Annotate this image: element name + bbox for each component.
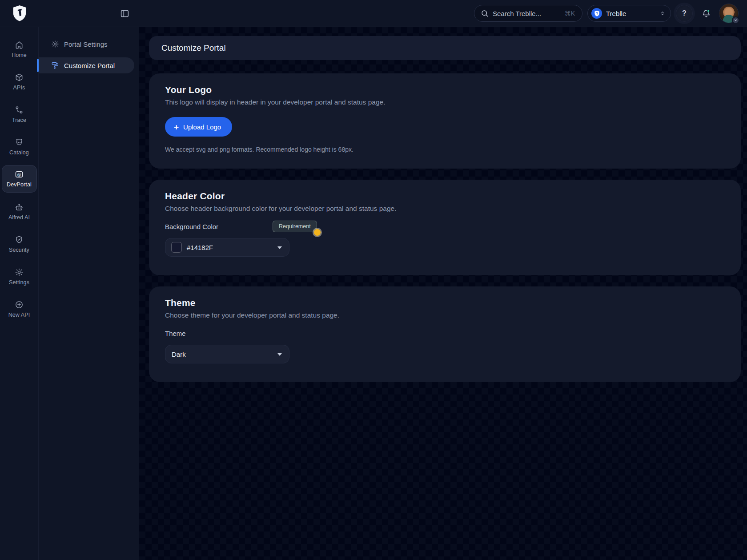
card-title: Header Color — [165, 191, 725, 201]
main-content: Customize Portal Your Logo This logo wil… — [139, 27, 747, 560]
svg-text:@: @ — [17, 172, 21, 177]
sidebar-rail: Home APIs Trace Catalog @ DevPortal Alfr… — [0, 27, 39, 560]
requirement-tooltip-text: Requirement — [279, 223, 311, 230]
sidebar-item-new-api[interactable]: New API — [2, 293, 36, 325]
theme-label: Theme — [165, 330, 186, 337]
panel-toggle-icon[interactable] — [118, 7, 131, 20]
sidebar-item-devportal[interactable]: @ DevPortal — [2, 165, 36, 192]
requirement-tooltip: Requirement — [273, 221, 317, 232]
cursor-dot-indicator — [314, 229, 321, 236]
search-input[interactable]: Search Treblle... ⌘K — [474, 5, 582, 22]
sidebar-item-catalog[interactable]: Catalog — [2, 130, 36, 163]
search-icon — [481, 9, 489, 17]
card-title: Your Logo — [165, 85, 725, 95]
subnav-header-zone — [39, 7, 139, 20]
search-placeholder: Search Treblle... — [493, 10, 541, 17]
chevron-down-icon — [732, 16, 739, 24]
topbar: Search Treblle... ⌘K Treblle ? — [0, 0, 747, 27]
theme-select[interactable]: Dark — [165, 345, 289, 363]
upload-logo-label: Upload Logo — [183, 123, 221, 131]
logo-format-note: We accept svg and png formats. Recommend… — [165, 146, 725, 153]
notifications-button[interactable] — [698, 5, 715, 22]
sidebar-item-label: Trace — [12, 117, 26, 123]
sidebar-item-label: New API — [8, 312, 30, 318]
workspace-name: Treblle — [606, 10, 626, 17]
search-shortcut: ⌘K — [565, 10, 575, 17]
theme-value: Dark — [172, 351, 186, 358]
chevron-up-down-icon — [660, 10, 665, 17]
background-color-value: #14182F — [187, 244, 213, 251]
card-description: Choose header background color for your … — [165, 205, 725, 213]
git-branch-icon — [15, 105, 24, 114]
cat-icon — [15, 138, 24, 147]
sidebar-item-security[interactable]: Security — [2, 228, 36, 260]
paint-roller-icon — [51, 61, 59, 69]
sidebar-item-label: APIs — [13, 85, 25, 91]
sidebar-item-label: Alfred AI — [8, 214, 30, 221]
upload-logo-button[interactable]: + Upload Logo — [165, 117, 232, 137]
question-mark-icon: ? — [682, 9, 687, 17]
subnav-item-label: Customize Portal — [64, 62, 115, 69]
subnav-item-customize-portal[interactable]: Customize Portal — [39, 57, 134, 73]
sidebar-item-label: Security — [9, 247, 29, 253]
workspace-selector[interactable]: Treblle — [587, 5, 671, 22]
chevron-down-icon — [277, 246, 282, 249]
background-color-label: Background Color — [165, 223, 218, 230]
user-menu[interactable] — [719, 4, 738, 23]
cube-icon — [15, 73, 24, 82]
brand-logo-zone — [0, 4, 39, 23]
sidebar-item-label: DevPortal — [7, 181, 32, 188]
workspace-shield-icon — [591, 8, 602, 19]
gear-icon — [15, 268, 24, 277]
card-title: Theme — [165, 298, 725, 308]
sidebar-item-apis[interactable]: APIs — [2, 65, 36, 98]
help-button[interactable]: ? — [676, 5, 693, 22]
chevron-down-icon — [277, 353, 282, 356]
card-description: Choose theme for your developer portal a… — [165, 311, 725, 319]
devportal-subnav: Portal Settings Customize Portal — [39, 27, 139, 560]
app-body: Home APIs Trace Catalog @ DevPortal Alfr… — [0, 27, 747, 560]
sidebar-item-label: Catalog — [9, 149, 29, 156]
bell-icon — [702, 9, 711, 18]
page-header: Customize Portal — [149, 36, 741, 60]
gear-icon — [51, 40, 59, 48]
background-color-field-row: Background Color Requirement — [165, 220, 725, 233]
home-icon — [15, 40, 24, 49]
robot-icon — [15, 203, 24, 212]
sidebar-item-trace[interactable]: Trace — [2, 98, 36, 130]
header-color-card: Header Color Choose header background co… — [149, 180, 741, 275]
background-color-select[interactable]: #14182F — [165, 238, 289, 257]
theme-card: Theme Choose theme for your developer po… — [149, 286, 741, 382]
sidebar-item-label: Home — [12, 52, 27, 58]
card-description: This logo will display in header in your… — [165, 98, 725, 106]
sidebar-item-settings[interactable]: Settings — [2, 260, 36, 293]
color-swatch — [172, 242, 181, 252]
sidebar-item-alfred-ai[interactable]: Alfred AI — [2, 195, 36, 228]
treblle-logo-icon[interactable] — [12, 4, 28, 23]
subnav-item-label: Portal Settings — [64, 40, 108, 48]
shield-check-icon — [15, 235, 24, 244]
sidebar-item-label: Settings — [9, 279, 29, 286]
page-title: Customize Portal — [161, 43, 226, 53]
your-logo-card: Your Logo This logo will display in head… — [149, 73, 741, 169]
topbar-right: Search Treblle... ⌘K Treblle ? — [474, 4, 747, 23]
theme-field-row: Theme — [165, 327, 725, 339]
subnav-item-portal-settings[interactable]: Portal Settings — [39, 36, 134, 52]
plus-circle-icon — [15, 300, 24, 309]
plus-icon: + — [174, 123, 179, 131]
sidebar-item-home[interactable]: Home — [2, 33, 36, 65]
devportal-icon: @ — [15, 170, 24, 179]
